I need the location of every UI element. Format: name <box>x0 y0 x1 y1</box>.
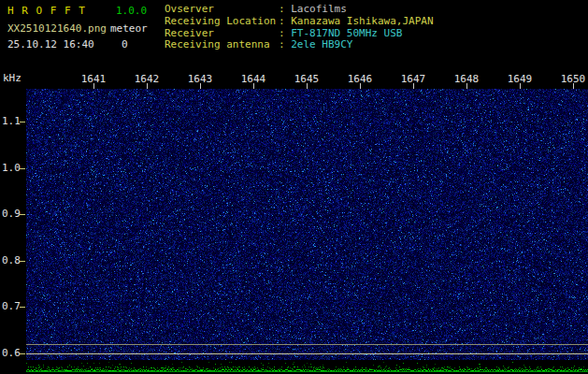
y-tick-mark <box>20 122 25 122</box>
y-tick-label: 0.6 <box>2 347 21 359</box>
datetime-label: 25.10.12 16:40 <box>7 38 94 50</box>
hrofft-window: H R O F F T 1.0.0 XX2510121640.png meteo… <box>0 0 588 374</box>
station-info: Ovserver: LacofilmsReceiving Location: K… <box>165 4 434 51</box>
info-row: Receiving antenna: 2ele HB9CY <box>165 39 434 51</box>
app-title: H R O F F T <box>7 5 86 17</box>
info-row-value: FT-817ND 50MHz USB <box>291 27 402 39</box>
y-tick-mark <box>20 353 25 354</box>
y-tick-mark <box>20 168 25 169</box>
app-version: 1.0.0 <box>116 5 147 17</box>
mode-label: meteor <box>110 22 148 35</box>
info-row-colon: : <box>279 27 291 39</box>
signal-level-strip-canvas <box>26 360 588 374</box>
echo-count: 0 <box>122 38 128 50</box>
output-filename: XX2510121640.png <box>7 22 107 35</box>
info-row-label: Receiving antenna <box>165 39 279 51</box>
y-tick-label: 0.9 <box>2 208 21 220</box>
info-row-colon: : <box>279 3 291 15</box>
info-row-label: Receiving Location <box>165 16 279 28</box>
y-axis-unit: kHz <box>3 72 22 84</box>
y-tick-mark <box>20 214 25 215</box>
info-row-colon: : <box>279 15 291 27</box>
x-tick-label: 1650 <box>556 73 588 85</box>
y-tick-mark <box>20 261 25 262</box>
y-tick-mark <box>20 307 25 308</box>
y-tick-label: 1.0 <box>2 162 21 174</box>
info-row-value: Kanazawa Ishikawa,JAPAN <box>291 15 433 27</box>
spectrogram-canvas <box>26 89 588 360</box>
y-tick-label: 0.7 <box>2 300 21 312</box>
info-row-value: 2ele HB9CY <box>291 38 352 50</box>
y-tick-label: 0.8 <box>2 254 21 266</box>
info-row-value: Lacofilms <box>291 3 347 15</box>
info-row-label: Ovserver <box>165 4 279 16</box>
info-row-colon: : <box>279 38 291 50</box>
y-tick-label: 1.1 <box>2 115 21 127</box>
